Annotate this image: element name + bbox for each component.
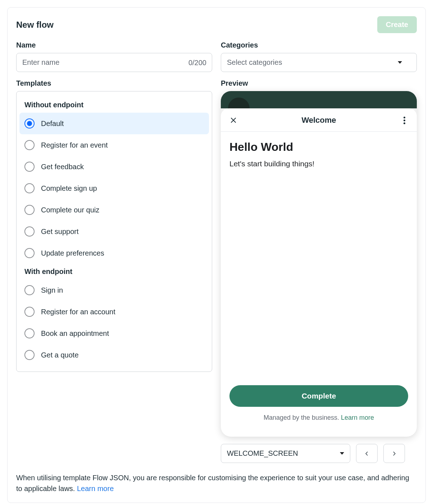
footer-disclaimer: When utilising template Flow JSON, you a… [16, 472, 417, 494]
template-option-get-support[interactable]: Get support [19, 221, 209, 242]
radio-icon [24, 307, 35, 317]
categories-select[interactable]: Select categories [221, 53, 417, 72]
radio-icon [24, 118, 35, 129]
templates-label: Templates [16, 79, 212, 87]
template-label: Complete our quiz [41, 206, 99, 214]
template-label: Get a quote [41, 351, 79, 359]
template-option-book-appointment[interactable]: Book an appointment [19, 323, 209, 344]
screen-selector-row: WELCOME_SCREEN [221, 444, 417, 463]
radio-icon [24, 285, 35, 295]
group-heading-with-endpoint: With endpoint [19, 264, 209, 279]
template-option-get-feedback[interactable]: Get feedback [19, 156, 209, 177]
create-button[interactable]: Create [377, 16, 417, 33]
screen-select-value: WELCOME_SCREEN [227, 449, 298, 458]
template-option-register-account[interactable]: Register for an account [19, 301, 209, 323]
templates-box: Without endpoint Default Register for an… [16, 91, 212, 372]
managed-learn-more-link[interactable]: Learn more [341, 414, 374, 421]
footer-learn-more-link[interactable]: Learn more [77, 485, 114, 492]
template-option-update-preferences[interactable]: Update preferences [19, 242, 209, 264]
sheet-header: Welcome [221, 108, 417, 132]
close-icon[interactable] [229, 116, 237, 124]
radio-icon [24, 205, 35, 215]
name-input[interactable] [16, 53, 212, 72]
template-label: Register for an account [41, 308, 115, 316]
group-heading-without-endpoint: Without endpoint [19, 97, 209, 113]
sheet-body: Hello World Let's start building things! [221, 132, 417, 385]
chevron-down-icon [340, 452, 344, 455]
next-screen-button[interactable] [383, 444, 405, 463]
name-label: Name [16, 41, 212, 49]
preview-chat-background [221, 91, 417, 108]
chevron-down-icon [398, 61, 402, 64]
managed-text: Managed by the business. Learn more [229, 407, 408, 430]
template-option-complete-quiz[interactable]: Complete our quiz [19, 199, 209, 221]
left-column: Name 0/200 Templates Without endpoint De… [16, 41, 212, 463]
complete-button[interactable]: Complete [229, 385, 408, 407]
managed-label: Managed by the business. [264, 414, 341, 421]
template-label: Get feedback [41, 163, 84, 171]
template-label: Complete sign up [41, 184, 97, 193]
new-flow-modal: New flow Create Name 0/200 Templates Wit… [7, 7, 426, 503]
preview-sheet: Welcome Hello World Let's start building… [221, 108, 417, 437]
template-option-get-quote[interactable]: Get a quote [19, 344, 209, 366]
template-option-sign-in[interactable]: Sign in [19, 279, 209, 301]
template-label: Get support [41, 228, 79, 236]
sheet-title: Welcome [301, 116, 336, 125]
template-label: Sign in [41, 286, 63, 294]
template-option-default[interactable]: Default [19, 113, 209, 134]
more-icon[interactable] [400, 116, 408, 124]
radio-icon [24, 350, 35, 360]
template-label: Register for an event [41, 141, 108, 149]
preview-label: Preview [221, 79, 417, 87]
radio-icon [24, 328, 35, 338]
preview-heading: Hello World [229, 140, 408, 154]
modal-title: New flow [16, 20, 54, 30]
name-input-wrap: 0/200 [16, 53, 212, 72]
preview-body-text: Let's start building things! [229, 159, 408, 168]
radio-icon [24, 226, 35, 237]
categories-placeholder: Select categories [227, 58, 282, 67]
preview-device: Welcome Hello World Let's start building… [221, 91, 417, 437]
radio-icon [24, 162, 35, 172]
categories-label: Categories [221, 41, 417, 49]
modal-header: New flow Create [16, 16, 417, 33]
template-option-register-event[interactable]: Register for an event [19, 134, 209, 156]
name-char-count: 0/200 [188, 58, 206, 67]
sheet-footer: Complete Managed by the business. Learn … [221, 385, 417, 437]
screen-select[interactable]: WELCOME_SCREEN [221, 444, 350, 463]
template-label: Update preferences [41, 249, 104, 257]
radio-icon [24, 248, 35, 258]
radio-icon [24, 140, 35, 150]
template-label: Book an appointment [41, 329, 109, 338]
prev-screen-button[interactable] [356, 444, 378, 463]
footer-text: When utilising template Flow JSON, you a… [16, 474, 409, 492]
radio-icon [24, 183, 35, 193]
right-column: Categories Select categories Preview Wel… [221, 41, 417, 463]
template-label: Default [41, 120, 64, 128]
template-option-complete-sign-up[interactable]: Complete sign up [19, 177, 209, 199]
